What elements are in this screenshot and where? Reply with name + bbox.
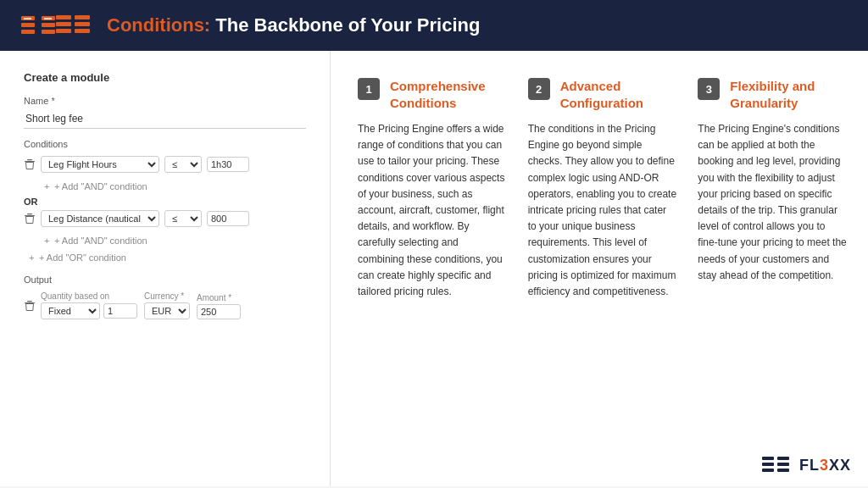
add-and-2: + Add "AND" condition: [24, 232, 306, 247]
condition-2-value-input[interactable]: [207, 211, 249, 226]
svg-rect-9: [75, 15, 90, 19]
trash-icon-output[interactable]: [24, 300, 36, 312]
panel-title: Create a module: [24, 71, 306, 84]
condition-1-field-select[interactable]: Leg Flight Hours Leg Distance (nautical …: [41, 156, 159, 173]
svg-rect-2: [21, 30, 35, 34]
card-2-number: 2: [528, 78, 550, 100]
currency-select[interactable]: EUR USD GBP: [144, 302, 190, 319]
add-and-1: + Add "AND" condition: [24, 178, 306, 193]
card-2-body: The conditions in the Pricing Engine go …: [528, 121, 678, 300]
add-and-condition-1-button[interactable]: + Add "AND" condition: [39, 180, 151, 193]
svg-rect-15: [27, 214, 32, 214]
quantity-number-input[interactable]: [103, 303, 137, 319]
svg-rect-5: [42, 30, 55, 34]
output-row: Quantity based on Fixed Variable Currenc…: [24, 291, 306, 319]
trash-icon-1[interactable]: [24, 158, 36, 170]
flexx-logo-icon: [56, 12, 93, 39]
card-3-title: Flexibility and Granularity: [730, 78, 848, 111]
svg-rect-23: [777, 469, 789, 472]
svg-rect-1: [21, 23, 35, 27]
footer-logo-text: FL3XX: [799, 457, 851, 474]
left-panel: Create a module Name * Conditions Leg Fl…: [0, 51, 331, 486]
card-3-header: 3 Flexibility and Granularity: [698, 78, 848, 111]
card-1-title: Comprehensive Conditions: [390, 78, 508, 111]
quantity-label: Quantity based on: [41, 291, 137, 301]
svg-rect-20: [762, 469, 774, 472]
svg-rect-17: [27, 301, 32, 302]
right-panel: 1 Comprehensive Conditions The Pricing E…: [331, 51, 868, 486]
svg-rect-13: [27, 159, 32, 160]
footer-logo: FL3XX: [762, 454, 851, 476]
output-section: Output Quantity based on Fixed Variable: [24, 274, 306, 319]
svg-rect-4: [42, 23, 55, 27]
card-2-title: Advanced Configuration: [560, 78, 678, 111]
svg-rect-18: [762, 457, 774, 460]
svg-rect-21: [777, 457, 789, 460]
page-header: Conditions: The Backbone of Your Pricing: [0, 0, 868, 51]
condition-1-value-input[interactable]: [207, 157, 249, 172]
quantity-col: Quantity based on Fixed Variable: [41, 291, 137, 319]
card-1-header: 1 Comprehensive Conditions: [358, 78, 508, 111]
condition-row-2: Leg Distance (nautical miles) Leg Flight…: [24, 210, 306, 227]
feature-card-1: 1 Comprehensive Conditions The Pricing E…: [358, 78, 508, 466]
name-input[interactable]: [24, 109, 306, 129]
trash-icon-2[interactable]: [24, 213, 36, 225]
feature-card-2: 2 Advanced Configuration The conditions …: [528, 78, 678, 466]
amount-col: Amount *: [197, 293, 241, 319]
svg-rect-11: [75, 29, 90, 33]
card-2-header: 2 Advanced Configuration: [528, 78, 678, 111]
svg-rect-7: [56, 22, 71, 26]
feature-card-3: 3 Flexibility and Granularity The Pricin…: [698, 78, 848, 466]
condition-1-operator-select[interactable]: ≤ ≥ =: [164, 156, 202, 173]
output-label: Output: [24, 274, 306, 285]
page-title: Conditions: The Backbone of Your Pricing: [107, 14, 480, 36]
card-3-number: 3: [698, 78, 720, 100]
header-logo: [20, 12, 93, 39]
amount-label: Amount *: [197, 293, 241, 302]
or-divider: OR: [24, 197, 306, 207]
svg-rect-22: [777, 463, 789, 466]
condition-2-field-select[interactable]: Leg Distance (nautical miles) Leg Flight…: [41, 210, 159, 227]
card-1-number: 1: [358, 78, 380, 100]
add-and-condition-2-button[interactable]: + Add "AND" condition: [39, 234, 151, 247]
add-or-condition-button[interactable]: + Add "OR" condition: [24, 251, 130, 264]
quantity-select[interactable]: Fixed Variable: [41, 302, 100, 319]
currency-label: Currency *: [144, 291, 190, 301]
currency-col: Currency * EUR USD GBP: [144, 291, 190, 319]
name-form-group: Name *: [24, 96, 306, 129]
svg-rect-10: [75, 22, 90, 26]
condition-2-operator-select[interactable]: ≤ ≥ =: [164, 210, 202, 227]
amount-input[interactable]: [197, 304, 241, 319]
name-label: Name *: [24, 96, 306, 106]
footer-logo-icon: [762, 454, 793, 476]
svg-rect-8: [56, 29, 71, 33]
logo-icon: [20, 12, 56, 39]
svg-rect-6: [56, 15, 71, 19]
svg-rect-19: [762, 463, 774, 466]
condition-row-1: Leg Flight Hours Leg Distance (nautical …: [24, 156, 306, 173]
conditions-label: Conditions: [24, 139, 306, 149]
main-content: Create a module Name * Conditions Leg Fl…: [0, 51, 868, 486]
card-3-body: The Pricing Engine's conditions can be a…: [698, 121, 848, 284]
card-1-body: The Pricing Engine offers a wide range o…: [358, 121, 508, 300]
